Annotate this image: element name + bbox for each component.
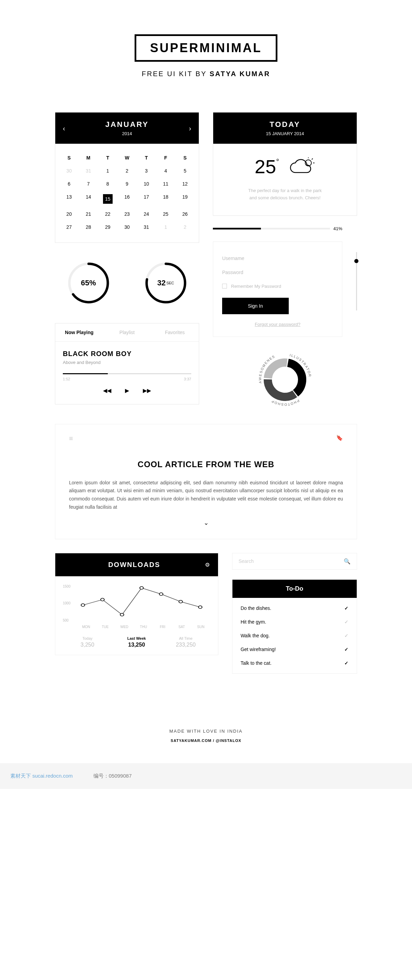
calendar-day[interactable]: 9: [117, 177, 137, 190]
svg-point-16: [120, 613, 124, 616]
calendar-day[interactable]: 3: [137, 164, 156, 177]
calendar-day[interactable]: 12: [176, 177, 195, 190]
calendar-day[interactable]: 19: [176, 190, 195, 207]
percent-stat: 65%: [66, 261, 111, 305]
music-player: Now Playing Playlist Favorites BLACK ROO…: [55, 323, 199, 404]
image-meta-bar: 素材天下 sucai.redocn.com 编号：05099087: [0, 763, 412, 789]
forward-button[interactable]: ▶▶: [143, 387, 151, 394]
calendar-dow: W: [117, 151, 137, 164]
calendar-day[interactable]: 27: [59, 221, 78, 234]
calendar-day[interactable]: 2: [176, 221, 195, 234]
svg-point-15: [101, 598, 104, 601]
tab-favorites[interactable]: Favorites: [151, 323, 199, 341]
signin-button[interactable]: Sign In: [222, 298, 289, 314]
calendar-day[interactable]: 7: [78, 177, 98, 190]
search-input[interactable]: [239, 558, 344, 564]
todo-item[interactable]: Walk the dog.✓: [232, 629, 357, 643]
calendar-day[interactable]: 17: [137, 190, 156, 207]
svg-line-7: [312, 159, 313, 159]
calendar-day[interactable]: 29: [98, 221, 117, 234]
svg-point-18: [159, 593, 163, 595]
calendar-day[interactable]: 31: [78, 164, 98, 177]
image-id: 编号：05099087: [93, 773, 132, 780]
calendar-day[interactable]: 4: [156, 164, 175, 177]
username-input[interactable]: [222, 251, 333, 266]
forgot-password-link[interactable]: Forgot your password?: [222, 322, 333, 327]
svg-point-14: [81, 604, 85, 606]
calendar-day[interactable]: 30: [59, 164, 78, 177]
calendar-day[interactable]: 11: [156, 177, 175, 190]
page-subtitle: FREE UI KIT BY SATYA KUMAR: [55, 70, 357, 78]
gear-icon[interactable]: ⚙: [205, 562, 210, 568]
calendar-day[interactable]: 30: [117, 221, 137, 234]
remember-checkbox[interactable]: [222, 284, 227, 288]
bookmark-icon[interactable]: 🔖: [336, 434, 343, 442]
calendar-day[interactable]: 14: [78, 190, 98, 207]
calendar-day[interactable]: 2: [117, 164, 137, 177]
downloads-stat[interactable]: All Time233,250: [161, 636, 210, 648]
page-footer: MADE WITH LOVE IN INDIA SATYAKUMAR.COM /…: [55, 729, 357, 743]
timer-stat: 32SEC: [144, 261, 188, 305]
track-elapsed: 1:52: [63, 377, 70, 381]
calendar-day[interactable]: 8: [98, 177, 117, 190]
svg-point-19: [179, 600, 183, 603]
downloads-stat[interactable]: Today3,250: [63, 636, 112, 648]
calendar-day[interactable]: 24: [137, 207, 156, 221]
downloads-stat[interactable]: Last Week13,250: [112, 636, 161, 648]
calendar-header: ‹ JANUARY 2014 ›: [55, 113, 199, 144]
calendar-day[interactable]: 1: [156, 221, 175, 234]
chart-x-axis: MONTUEWEDTHUFRISATSUN: [77, 625, 211, 629]
calendar-prev-button[interactable]: ‹: [55, 124, 73, 132]
calendar-day[interactable]: 10: [137, 177, 156, 190]
calendar-year: 2014: [55, 131, 199, 136]
todo-item[interactable]: Get wireframing!✓: [232, 643, 357, 656]
calendar-day[interactable]: 26: [176, 207, 195, 221]
calendar-dow: T: [98, 151, 117, 164]
progress-bar[interactable]: 41%: [213, 226, 342, 231]
search-icon[interactable]: 🔍: [344, 558, 351, 565]
todo-item[interactable]: Talk to the cat.✓: [232, 656, 357, 670]
remember-label: Remember My Password: [231, 284, 281, 289]
calendar-day[interactable]: 23: [117, 207, 137, 221]
play-button[interactable]: ▶: [125, 387, 129, 394]
article-card: ≡ 🔖 COOL ARTICLE FROM THE WEB Lorem ipsu…: [55, 424, 357, 539]
track-duration: 3:37: [184, 377, 191, 381]
calendar-day[interactable]: 28: [78, 221, 98, 234]
skills-donut: ILLUSTRATOR PHOTOSHOP AWESOMENESS: [213, 350, 357, 410]
calendar-day[interactable]: 5: [176, 164, 195, 177]
calendar-day[interactable]: 25: [156, 207, 175, 221]
calendar-day[interactable]: 15: [98, 190, 117, 207]
tab-playlist[interactable]: Playlist: [103, 323, 151, 341]
calendar-dow: S: [176, 151, 195, 164]
expand-button[interactable]: ⌄: [69, 519, 343, 527]
article-body: Lorem ipsum dolor sit amet, consectetur …: [69, 479, 343, 511]
track-artist: Above and Beyond: [63, 360, 191, 365]
check-icon: ✓: [344, 660, 348, 666]
track-progress[interactable]: [63, 373, 191, 374]
calendar-day[interactable]: 18: [156, 190, 175, 207]
calendar-day[interactable]: 1: [98, 164, 117, 177]
source-link[interactable]: 素材天下 sucai.redocn.com: [10, 773, 73, 780]
password-input[interactable]: [222, 266, 333, 280]
vertical-slider[interactable]: [356, 252, 357, 310]
calendar-day[interactable]: 31: [137, 221, 156, 234]
calendar-day[interactable]: 16: [117, 190, 137, 207]
calendar-day[interactable]: 20: [59, 207, 78, 221]
calendar-day[interactable]: 6: [59, 177, 78, 190]
calendar-day[interactable]: 22: [98, 207, 117, 221]
calendar-next-button[interactable]: ›: [181, 124, 199, 132]
check-icon: ✓: [344, 633, 348, 638]
rewind-button[interactable]: ◀◀: [103, 387, 111, 394]
calendar-day[interactable]: 21: [78, 207, 98, 221]
track-title: BLACK ROOM BOY: [63, 350, 191, 358]
todo-item[interactable]: Do the dishes.✓: [232, 601, 357, 615]
todo-item[interactable]: Hit the gym.✓: [232, 615, 357, 629]
menu-icon[interactable]: ≡: [69, 434, 73, 442]
calendar-day[interactable]: 13: [59, 190, 78, 207]
calendar-dow: S: [59, 151, 78, 164]
downloads-widget: DOWNLOADS ⚙ 1500 1000 500: [55, 553, 218, 655]
weather-widget: TODAY 15 JANUARY 2014 25°: [213, 112, 357, 216]
temperature: 25°: [255, 155, 276, 178]
tab-now-playing[interactable]: Now Playing: [55, 323, 103, 341]
page-title: SUPERMINIMAL: [134, 34, 278, 62]
